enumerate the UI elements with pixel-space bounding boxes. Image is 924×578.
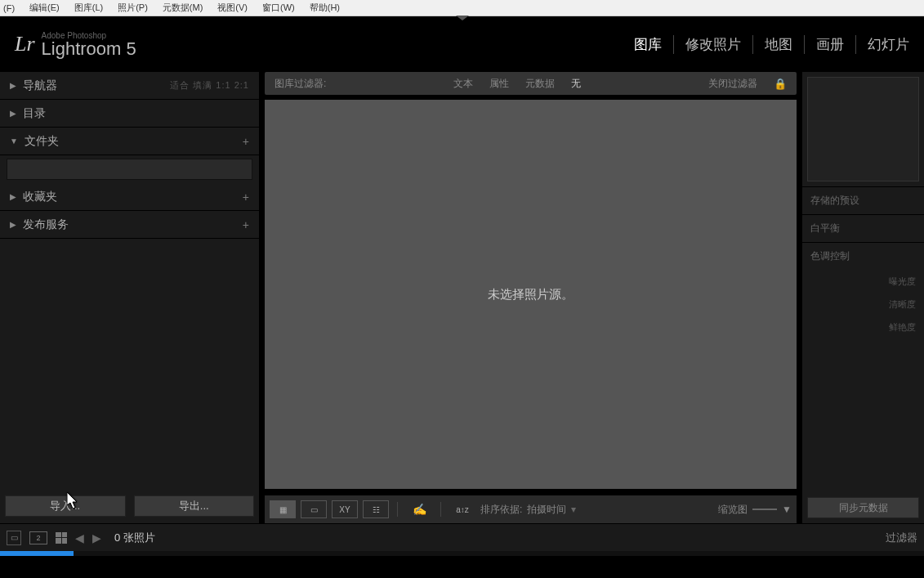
chevron-right-icon: ▶ — [10, 192, 16, 201]
os-menubar: (F) 编辑(E) 图库(L) 照片(P) 元数据(M) 视图(V) 窗口(W)… — [0, 0, 924, 16]
app-logo: Lr Adobe Photoshop Lightroom 5 — [15, 31, 136, 58]
section-folders[interactable]: ▼ 文件夹 + — [0, 128, 259, 155]
filter-metadata[interactable]: 元数据 — [525, 77, 555, 91]
view-grid-icon[interactable]: ▦ — [270, 500, 296, 518]
filter-close[interactable]: 关闭过滤器 — [708, 77, 757, 91]
section-presets[interactable]: 存储的预设 — [802, 186, 924, 214]
menu-help[interactable]: 帮助(H) — [310, 2, 340, 14]
filmstrip-bar: ▭ 2 ◀ ▶ 0 张照片 过滤器 — [0, 523, 924, 551]
module-slideshow[interactable]: 幻灯片 — [856, 35, 909, 54]
add-folder-button[interactable]: + — [243, 135, 249, 148]
sort-value[interactable]: 拍摄时间 — [527, 503, 566, 517]
view-survey-icon[interactable]: ☷ — [363, 500, 389, 518]
filter-label: 图库过滤器: — [275, 77, 326, 91]
section-whitebalance[interactable]: 白平衡 — [802, 214, 924, 242]
grid-view[interactable]: 未选择照片源。 — [265, 100, 797, 489]
section-navigator[interactable]: ▶ 导航器 适合 填满 1:1 2:1 — [0, 72, 259, 100]
brand-name: Lightroom 5 — [42, 40, 136, 58]
photo-count: 0 张照片 — [114, 531, 155, 545]
module-map[interactable]: 地图 — [753, 35, 805, 54]
panel-collapse-arrow[interactable] — [456, 16, 469, 20]
tone-clarity[interactable]: 清晰度 — [802, 293, 924, 316]
module-library[interactable]: 图库 — [623, 35, 674, 54]
right-panel: 存储的预设 白平衡 色调控制 曝光度 清晰度 鲜艳度 同步元数据 — [801, 72, 924, 523]
center-panel: 图库过滤器: 文本 属性 元数据 无 关闭过滤器 🔒 未选择照片源。 ▦ ▭ X… — [260, 72, 801, 523]
module-picker: 图库 修改照片 地图 画册 幻灯片 — [623, 35, 909, 54]
filter-text[interactable]: 文本 — [453, 77, 473, 91]
folders-body[interactable] — [7, 159, 252, 180]
menu-metadata[interactable]: 元数据(M) — [163, 2, 203, 14]
grid-mode-icon[interactable] — [56, 532, 67, 544]
menu-view[interactable]: 视图(V) — [217, 2, 248, 14]
menu-library[interactable]: 图库(L) — [74, 2, 103, 14]
tone-exposure[interactable]: 曝光度 — [802, 270, 924, 293]
toolbar-menu-icon[interactable]: ▼ — [782, 504, 792, 515]
filter-none[interactable]: 无 — [571, 77, 581, 91]
app-header: Lr Adobe Photoshop Lightroom 5 图库 修改照片 地… — [0, 16, 924, 72]
section-collections-label: 收藏夹 — [23, 190, 243, 204]
view-loupe-icon[interactable]: ▭ — [301, 500, 327, 518]
histogram — [802, 72, 924, 186]
filmstrip-filter[interactable]: 过滤器 — [886, 531, 917, 545]
nav-forward-icon[interactable]: ▶ — [92, 531, 101, 544]
module-develop[interactable]: 修改照片 — [674, 35, 753, 54]
video-progress-bar[interactable] — [0, 551, 924, 556]
empty-message: 未选择照片源。 — [488, 287, 574, 302]
add-collection-button[interactable]: + — [243, 190, 249, 204]
view-compare-icon[interactable]: XY — [332, 500, 358, 518]
sort-direction-icon[interactable]: a↕z — [449, 500, 475, 518]
menu-photo[interactable]: 照片(P) — [118, 2, 148, 14]
export-button[interactable]: 导出... — [134, 495, 255, 517]
zoom-label: 缩览图 — [718, 503, 748, 517]
section-navigator-label: 导航器 — [23, 78, 170, 93]
chevron-down-icon: ▼ — [10, 137, 18, 146]
main-window-icon[interactable]: ▭ — [7, 531, 21, 545]
navigator-zoom-options[interactable]: 适合 填满 1:1 2:1 — [170, 79, 249, 92]
section-catalog[interactable]: ▶ 目录 — [0, 100, 259, 128]
lock-icon[interactable]: 🔒 — [774, 78, 787, 90]
histogram-canvas[interactable] — [807, 77, 919, 181]
second-window-icon[interactable]: 2 — [29, 531, 47, 544]
menu-window[interactable]: 窗口(W) — [262, 2, 295, 14]
menu-edit[interactable]: 编辑(E) — [29, 2, 60, 14]
chevron-right-icon: ▶ — [10, 81, 16, 90]
section-folders-label: 文件夹 — [25, 134, 243, 149]
chevron-right-icon: ▶ — [10, 220, 16, 229]
section-publish[interactable]: ▶ 发布服务 + — [0, 211, 259, 239]
section-publish-label: 发布服务 — [23, 217, 243, 232]
menu-file[interactable]: (F) — [3, 3, 15, 13]
sync-metadata-button[interactable]: 同步元数据 — [807, 497, 919, 518]
tone-vibrance[interactable]: 鲜艳度 — [802, 316, 924, 338]
section-collections[interactable]: ▶ 收藏夹 + — [0, 183, 259, 211]
thumbnail-size-slider[interactable] — [752, 509, 777, 510]
import-button[interactable]: 导入... — [5, 495, 126, 517]
grid-toolbar: ▦ ▭ XY ☷ ✍ a↕z 排序依据: 拍摄时间 ▾ 缩览图 ▼ — [265, 495, 797, 523]
module-book[interactable]: 画册 — [805, 35, 856, 54]
section-catalog-label: 目录 — [23, 106, 249, 121]
sort-label: 排序依据: — [480, 503, 522, 517]
filter-attribute[interactable]: 属性 — [489, 77, 509, 91]
chevron-right-icon: ▶ — [10, 109, 16, 118]
left-panel: ▶ 导航器 适合 填满 1:1 2:1 ▶ 目录 ▼ 文件夹 + ▶ 收藏夹 +… — [0, 72, 260, 523]
progress-fill — [0, 551, 74, 556]
add-publish-button[interactable]: + — [243, 218, 249, 231]
library-filter-bar: 图库过滤器: 文本 属性 元数据 无 关闭过滤器 🔒 — [265, 72, 797, 95]
section-tone[interactable]: 色调控制 — [802, 242, 924, 270]
painter-tool-icon[interactable]: ✍ — [406, 500, 432, 518]
nav-back-icon[interactable]: ◀ — [75, 531, 84, 544]
logo-lr-mark: Lr — [15, 32, 35, 56]
